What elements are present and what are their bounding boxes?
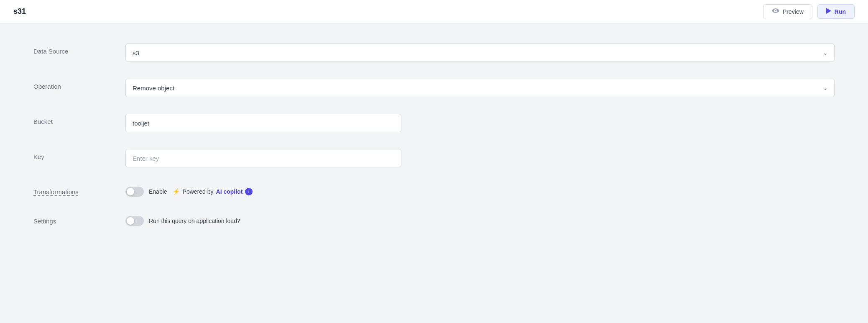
bolt-icon: ⚡: [172, 188, 180, 195]
data-source-field: s3 ⌄: [125, 44, 835, 62]
key-field: [125, 149, 835, 167]
transformations-controls: Enable ⚡ Powered by AI copilot i: [125, 184, 835, 197]
toggle-thumb: [127, 217, 134, 225]
operation-select[interactable]: Remove objectList objectsUpload objectGe…: [125, 79, 835, 97]
bucket-field: [125, 114, 835, 132]
powered-by-prefix: Powered by: [183, 188, 214, 195]
eye-icon: [772, 8, 779, 15]
preview-button[interactable]: Preview: [763, 4, 812, 19]
main-content: Data Source s3 ⌄ Operation Remove object…: [0, 23, 868, 263]
settings-label: Settings: [33, 213, 125, 225]
settings-description: Run this query on application load?: [149, 218, 240, 224]
enable-label: Enable: [149, 188, 167, 195]
data-source-label: Data Source: [33, 44, 125, 55]
data-source-select-wrapper: s3 ⌄: [125, 44, 835, 62]
settings-controls: Run this query on application load?: [125, 213, 835, 226]
key-label: Key: [33, 149, 125, 160]
top-bar: s31 Preview Run: [0, 0, 868, 23]
play-icon: [826, 8, 831, 15]
top-bar-actions: Preview Run: [763, 4, 855, 19]
data-source-row: Data Source s3 ⌄: [33, 44, 835, 62]
settings-row: Settings Run this query on application l…: [33, 213, 835, 226]
powered-by-text: ⚡ Powered by AI copilot i: [172, 188, 253, 195]
transformations-toggle[interactable]: [125, 187, 144, 197]
run-label: Run: [835, 8, 846, 15]
bucket-input[interactable]: [125, 114, 401, 132]
bucket-label: Bucket: [33, 114, 125, 125]
run-button[interactable]: Run: [817, 4, 855, 19]
toggle-thumb: [127, 188, 134, 195]
settings-toggle[interactable]: [125, 216, 144, 226]
ai-copilot-link[interactable]: AI copilot: [216, 188, 243, 195]
transformations-label: Transformations: [33, 184, 125, 195]
operation-label: Operation: [33, 79, 125, 90]
key-row: Key: [33, 149, 835, 167]
bucket-row: Bucket: [33, 114, 835, 132]
operation-row: Operation Remove objectList objectsUploa…: [33, 79, 835, 97]
transformations-field: Enable ⚡ Powered by AI copilot i: [125, 184, 835, 197]
transformations-row: Transformations Enable ⚡ Powered by AI c…: [33, 184, 835, 197]
operation-select-wrapper: Remove objectList objectsUpload objectGe…: [125, 79, 835, 97]
data-source-select[interactable]: s3: [125, 44, 835, 62]
key-input[interactable]: [125, 149, 401, 167]
settings-field: Run this query on application load?: [125, 213, 835, 226]
page-title: s31: [13, 7, 26, 16]
info-icon[interactable]: i: [245, 188, 253, 195]
preview-label: Preview: [783, 8, 804, 15]
operation-field: Remove objectList objectsUpload objectGe…: [125, 79, 835, 97]
